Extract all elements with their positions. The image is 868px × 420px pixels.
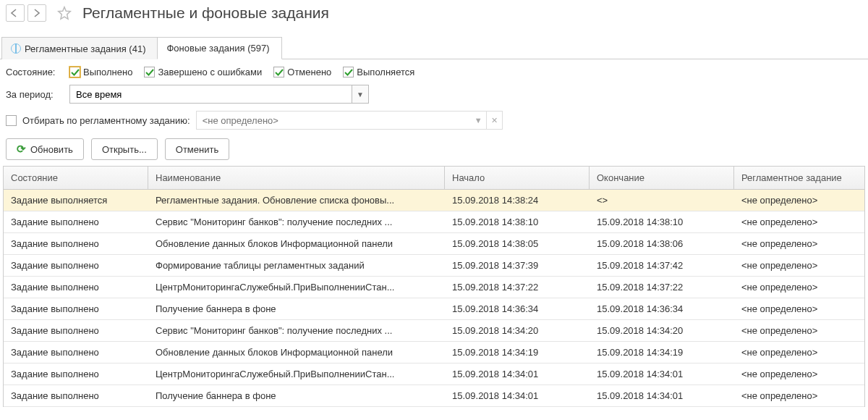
col-header-reg[interactable]: Регламентное задание xyxy=(734,167,864,189)
jobs-grid: Состояние Наименование Начало Окончание … xyxy=(3,166,865,407)
table-row[interactable]: Задание выполненоОбновление данных блоко… xyxy=(4,233,864,255)
state-checkbox-0[interactable]: Выполнено xyxy=(69,67,132,77)
regfilter-clear-button[interactable]: ✕ xyxy=(487,111,503,130)
cell-reg: <не определено> xyxy=(734,277,864,298)
cell-end: <> xyxy=(590,190,734,211)
grid-header: Состояние Наименование Начало Окончание … xyxy=(4,167,864,190)
regfilter-dropdown-button[interactable]: ▼ xyxy=(471,111,487,130)
cell-end: 15.09.2018 14:34:20 xyxy=(590,320,734,341)
regfilter-input[interactable] xyxy=(196,111,471,130)
tab-background-jobs[interactable]: Фоновые задания (597) xyxy=(157,37,281,59)
cell-end: 15.09.2018 14:37:22 xyxy=(590,277,734,298)
checkbox-label: Выполнено xyxy=(83,67,132,77)
state-checkbox-3[interactable]: Выполняется xyxy=(343,67,414,77)
cell-reg: <не определено> xyxy=(734,320,864,341)
cell-state: Задание выполнено xyxy=(4,364,148,385)
state-filter-label: Состояние: xyxy=(6,67,62,77)
cell-state: Задание выполнено xyxy=(4,233,148,254)
nav-back-button[interactable] xyxy=(6,4,25,22)
cell-start: 15.09.2018 14:38:10 xyxy=(445,211,590,232)
cell-name: Сервис "Мониторинг банков": получение по… xyxy=(148,320,445,341)
cell-state: Задание выполнено xyxy=(4,255,148,276)
checkbox-label: Выполняется xyxy=(357,67,414,77)
cell-state: Задание выполнено xyxy=(4,277,148,298)
cell-name: Регламентные задания. Обновление списка … xyxy=(148,190,445,211)
cell-state: Задание выполняется xyxy=(4,190,148,211)
cell-start: 15.09.2018 14:36:34 xyxy=(445,298,590,319)
tabs: Регламентные задания (41) Фоновые задани… xyxy=(0,36,868,59)
cancel-label: Отменить xyxy=(176,144,218,155)
cell-start: 15.09.2018 14:34:01 xyxy=(445,385,590,406)
tab-scheduled-jobs[interactable]: Регламентные задания (41) xyxy=(1,37,158,59)
table-row[interactable]: Задание выполненоОбновление данных блоко… xyxy=(4,342,864,364)
table-row[interactable]: Задание выполненоПолучение баннера в фон… xyxy=(4,298,864,320)
cell-name: Получение баннера в фоне xyxy=(148,298,445,319)
cell-end: 15.09.2018 14:37:42 xyxy=(590,255,734,276)
tab-label: Регламентные задания (41) xyxy=(25,43,145,54)
tab-label: Фоновые задания (597) xyxy=(166,43,269,54)
cell-name: ЦентрМониторингаСлужебный.ПриВыполненииС… xyxy=(148,277,445,298)
open-label: Открыть... xyxy=(102,144,147,155)
page-title: Регламентные и фоновые задания xyxy=(82,4,329,22)
favorite-star-icon[interactable] xyxy=(56,5,72,21)
cell-start: 15.09.2018 14:37:39 xyxy=(445,255,590,276)
refresh-label: Обновить xyxy=(30,144,73,155)
cell-end: 15.09.2018 14:34:01 xyxy=(590,364,734,385)
cell-end: 15.09.2018 14:36:34 xyxy=(590,298,734,319)
cell-state: Задание выполнено xyxy=(4,385,148,406)
cell-start: 15.09.2018 14:34:20 xyxy=(445,320,590,341)
col-header-start[interactable]: Начало xyxy=(445,167,590,189)
checkbox-icon xyxy=(273,67,284,77)
cell-start: 15.09.2018 14:38:05 xyxy=(445,233,590,254)
cell-reg: <не определено> xyxy=(734,298,864,319)
cell-end: 15.09.2018 14:38:06 xyxy=(590,233,734,254)
state-checkbox-2[interactable]: Отменено xyxy=(273,67,331,77)
table-row[interactable]: Задание выполненоЦентрМониторингаСлужебн… xyxy=(4,364,864,385)
cell-name: Сервис "Мониторинг банков": получение по… xyxy=(148,211,445,232)
table-row[interactable]: Задание выполненоФормирование таблицы ре… xyxy=(4,255,864,277)
col-header-end[interactable]: Окончание xyxy=(590,167,734,189)
cell-start: 15.09.2018 14:37:22 xyxy=(445,277,590,298)
regfilter-checkbox[interactable] xyxy=(6,115,17,126)
cell-end: 15.09.2018 14:38:10 xyxy=(590,211,734,232)
table-row[interactable]: Задание выполняетсяРегламентные задания.… xyxy=(4,190,864,211)
checkbox-icon xyxy=(144,67,155,77)
regfilter-label: Отбирать по регламентному заданию: xyxy=(22,115,190,126)
col-header-state[interactable]: Состояние xyxy=(4,167,148,189)
nav-forward-button[interactable] xyxy=(27,4,46,22)
cell-reg: <не определено> xyxy=(734,364,864,385)
table-row[interactable]: Задание выполненоСервис "Мониторинг банк… xyxy=(4,320,864,342)
cell-name: ЦентрМониторингаСлужебный.ПриВыполненииС… xyxy=(148,364,445,385)
cell-state: Задание выполнено xyxy=(4,298,148,319)
open-button[interactable]: Открыть... xyxy=(91,138,158,160)
refresh-button[interactable]: ⟳ Обновить xyxy=(6,138,84,160)
period-input[interactable] xyxy=(69,85,352,104)
cell-name: Получение баннера в фоне xyxy=(148,385,445,406)
cell-reg: <не определено> xyxy=(734,255,864,276)
cell-name: Обновление данных блоков Информационной … xyxy=(148,233,445,254)
table-row[interactable]: Задание выполненоЦентрМониторингаСлужебн… xyxy=(4,277,864,298)
checkbox-icon xyxy=(343,67,354,77)
cell-state: Задание выполнено xyxy=(4,211,148,232)
globe-icon xyxy=(11,43,21,54)
cell-start: 15.09.2018 14:38:24 xyxy=(445,190,590,211)
checkbox-icon xyxy=(69,67,80,77)
cell-state: Задание выполнено xyxy=(4,342,148,363)
refresh-icon: ⟳ xyxy=(17,143,26,156)
cell-start: 15.09.2018 14:34:01 xyxy=(445,364,590,385)
cell-end: 15.09.2018 14:34:01 xyxy=(590,385,734,406)
cell-reg: <не определено> xyxy=(734,385,864,406)
cell-reg: <не определено> xyxy=(734,211,864,232)
state-checkbox-1[interactable]: Завершено с ошибками xyxy=(144,67,262,77)
checkbox-label: Отменено xyxy=(287,67,331,77)
cell-name: Формирование таблицы регламентных задани… xyxy=(148,255,445,276)
checkbox-label: Завершено с ошибками xyxy=(158,67,262,77)
cell-reg: <не определено> xyxy=(734,190,864,211)
cancel-button[interactable]: Отменить xyxy=(165,138,229,160)
col-header-name[interactable]: Наименование xyxy=(148,167,445,189)
table-row[interactable]: Задание выполненоПолучение баннера в фон… xyxy=(4,385,864,407)
cell-reg: <не определено> xyxy=(734,342,864,363)
cell-start: 15.09.2018 14:34:19 xyxy=(445,342,590,363)
period-dropdown-button[interactable]: ▼ xyxy=(352,85,369,104)
table-row[interactable]: Задание выполненоСервис "Мониторинг банк… xyxy=(4,211,864,233)
